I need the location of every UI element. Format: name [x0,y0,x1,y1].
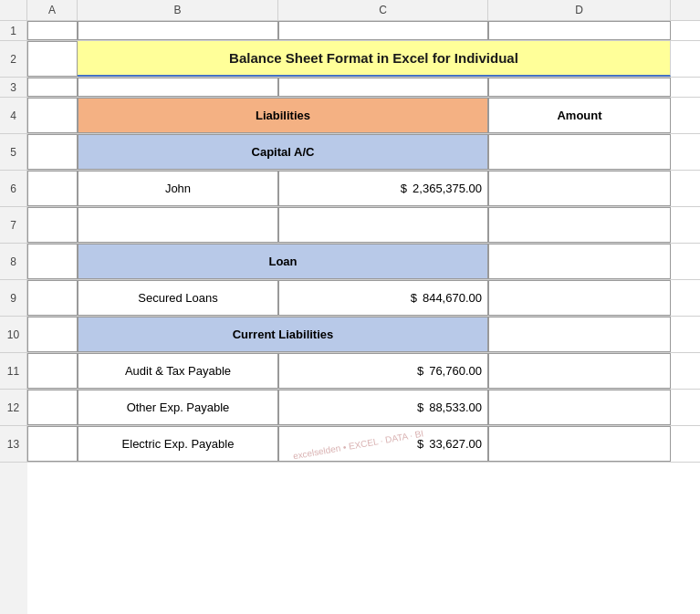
row-10: Current Liabilities [27,317,700,353]
col-header-d: D [488,0,671,20]
cell-13a[interactable] [27,426,78,462]
row-9: Secured Loans $ 844,670.00 [27,280,700,317]
row-1 [27,21,700,41]
row-4: Liabilities Amount [27,98,700,134]
currency-11: $ [417,364,423,378]
row-num-12: 12 [0,390,27,426]
row-8: Loan [27,244,700,280]
cell-5a[interactable] [27,134,78,170]
row-num-8: 8 [0,244,27,280]
cell-2a[interactable] [27,41,78,77]
spreadsheet: A B C D 1 2 3 4 5 6 7 8 9 10 11 12 13 [0,0,700,614]
cell-12b-label: Other Exp. Payable [78,390,278,425]
value-12: 88,533.00 [429,401,482,414]
cell-1c[interactable] [278,21,488,40]
cell-6b-label: John [78,171,278,206]
row-num-1: 1 [0,21,27,41]
cell-4a[interactable] [27,98,78,133]
currency-12: $ [417,401,423,414]
row-num-5: 5 [0,134,27,171]
cell-7b[interactable] [78,207,278,243]
cell-3a[interactable] [27,78,78,97]
liabilities-header: Liabilities [78,98,488,133]
cell-7a[interactable] [27,207,78,243]
cell-8a[interactable] [27,244,78,279]
cell-3b[interactable] [78,78,278,97]
cell-6c-value: $ 2,365,375.00 [278,171,488,206]
cell-1a[interactable] [27,21,78,40]
row-num-3: 3 [0,78,27,98]
row-num-2: 2 [0,41,27,78]
loan-section-header: Loan [78,244,488,279]
cell-6d[interactable] [488,171,671,206]
corner-cell [0,0,27,20]
currency-9: $ [411,291,417,305]
cell-6a[interactable] [27,171,78,206]
title-cell: Balance Sheet Format in Excel for Indivi… [78,41,671,77]
row-11: Audit & Tax Payable $ 76,760.00 [27,353,700,390]
cell-10a[interactable] [27,317,78,352]
column-headers: A B C D [0,0,700,21]
cell-8d[interactable] [488,244,671,279]
row-headers: 1 2 3 4 5 6 7 8 9 10 11 12 13 [0,21,27,614]
row-num-4: 4 [0,98,27,134]
value-9: 844,670.00 [423,291,482,305]
cell-11a[interactable] [27,353,78,389]
cell-9d[interactable] [488,280,671,316]
cell-13c-value: $ 33,627.00 [278,426,488,462]
row-5: Capital A/C [27,134,700,171]
row-6: John $ 2,365,375.00 [27,171,700,207]
cell-13b-label: Electric Exp. Payable [78,426,278,462]
currency-6: $ [401,182,407,195]
cell-3d[interactable] [488,78,671,97]
currency-13: $ [417,437,423,451]
row-7 [27,207,700,244]
cell-9b-label: Secured Loans [78,280,278,316]
row-2: Balance Sheet Format in Excel for Indivi… [27,41,700,78]
row-12: Other Exp. Payable $ 88,533.00 [27,390,700,426]
row-13: Electric Exp. Payable $ 33,627.00 [27,426,700,463]
row-3 [27,78,700,98]
cell-11d[interactable] [488,353,671,389]
amount-header: Amount [488,98,671,133]
cell-9c-value: $ 844,670.00 [278,280,488,316]
cell-1b[interactable] [78,21,278,40]
row-num-11: 11 [0,353,27,390]
cell-13d[interactable] [488,426,671,462]
col-header-a: A [27,0,78,20]
cell-12c-value: $ 88,533.00 [278,390,488,425]
cell-11b-label: Audit & Tax Payable [78,353,278,389]
cell-7d[interactable] [488,207,671,243]
row-num-13: 13 [0,426,27,463]
cell-11c-value: $ 76,760.00 [278,353,488,389]
cell-5d[interactable] [488,134,671,170]
row-num-7: 7 [0,207,27,244]
col-header-c: C [278,0,488,20]
row-num-10: 10 [0,317,27,353]
row-num-6: 6 [0,171,27,207]
value-6: 2,365,375.00 [413,182,482,195]
cell-10d[interactable] [488,317,671,352]
col-header-b: B [78,0,278,20]
cell-7c[interactable] [278,207,488,243]
cell-3c[interactable] [278,78,488,97]
row-num-9: 9 [0,280,27,317]
value-13: 33,627.00 [429,437,482,451]
capital-section-header: Capital A/C [78,134,488,170]
grid-content: Balance Sheet Format in Excel for Indivi… [27,21,700,614]
value-11: 76,760.00 [429,364,482,378]
grid-body: 1 2 3 4 5 6 7 8 9 10 11 12 13 [0,21,700,614]
cell-12d[interactable] [488,390,671,425]
cell-12a[interactable] [27,390,78,425]
current-section-header: Current Liabilities [78,317,488,352]
cell-1d[interactable] [488,21,671,40]
cell-9a[interactable] [27,280,78,316]
